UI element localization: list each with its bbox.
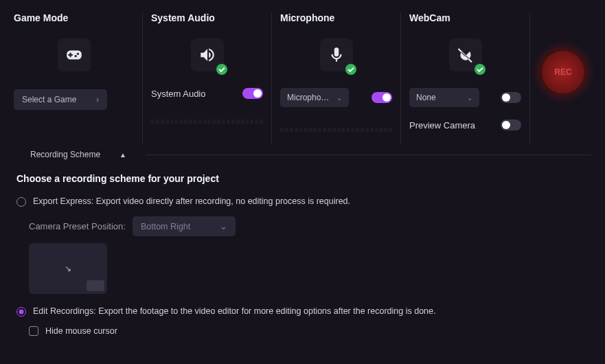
preview-camera-label: Preview Camera — [409, 120, 475, 130]
camera-preset-row: Camera Preset Position: Bottom Right ⌄ — [29, 216, 589, 236]
camera-preset-label: Camera Preset Position: — [29, 221, 126, 231]
webcam-panel: WebCam None ⌄ Preview Camera — [401, 12, 530, 144]
export-express-label: Export Express: Export video directly af… — [33, 196, 350, 206]
system-audio-title: System Audio — [151, 12, 215, 23]
microphone-toggle[interactable] — [372, 92, 392, 103]
export-express-option[interactable]: Export Express: Export video directly af… — [16, 196, 589, 207]
edit-recordings-label: Edit Recordings: Export the footage to t… — [33, 306, 435, 316]
divider — [146, 155, 591, 155]
chevron-down-icon: ⌄ — [336, 94, 342, 102]
camera-preset-preview: ↘ — [29, 243, 107, 294]
camera-preset-dropdown[interactable]: Bottom Right ⌄ — [133, 216, 236, 236]
speaker-icon — [191, 38, 224, 71]
gamepad-icon — [58, 38, 91, 71]
webcam-dropdown-value: None — [416, 93, 436, 102]
microphone-panel: Microphone Microphone A ⌄ — [272, 12, 401, 144]
system-audio-toggle[interactable] — [242, 88, 263, 99]
record-panel: REC — [530, 12, 596, 144]
select-game-label: Select a Game — [22, 95, 76, 104]
webcam-toggle[interactable] — [501, 92, 521, 103]
camera-preset-value: Bottom Right — [141, 222, 190, 231]
check-badge-icon — [216, 64, 227, 75]
record-button[interactable]: REC — [538, 47, 588, 97]
microphone-dropdown-value: Microphone A — [287, 93, 332, 102]
system-audio-volume-meter — [151, 120, 263, 124]
microphone-title: Microphone — [280, 12, 334, 23]
preview-camera-toggle[interactable] — [501, 120, 521, 130]
webcam-off-icon — [449, 38, 482, 71]
chevron-down-icon: ⌄ — [467, 94, 472, 102]
check-badge-icon — [345, 64, 356, 75]
hide-cursor-label: Hide mouse cursor — [45, 326, 117, 336]
camera-preset-thumbnail — [87, 280, 104, 291]
system-audio-panel: System Audio System Audio — [143, 12, 272, 144]
input-source-row: Game Mode Select a Game › System Audio S… — [0, 0, 605, 144]
arrow-br-icon: ↘ — [65, 264, 71, 273]
record-button-label: REC — [554, 67, 571, 77]
scheme-section-title: Choose a recording scheme for your proje… — [16, 173, 589, 184]
microphone-icon — [320, 38, 353, 71]
system-audio-toggle-label: System Audio — [151, 89, 206, 99]
chevron-down-icon: ⌄ — [220, 221, 227, 231]
recording-scheme-section: Choose a recording scheme for your proje… — [0, 165, 605, 344]
hide-cursor-row[interactable]: Hide mouse cursor — [29, 326, 589, 336]
check-badge-icon — [475, 64, 486, 75]
webcam-title: WebCam — [409, 12, 450, 23]
game-mode-title: Game Mode — [14, 12, 68, 23]
microphone-volume-meter — [280, 128, 392, 132]
export-express-radio[interactable] — [16, 197, 26, 207]
recording-scheme-label: Recording Scheme — [30, 150, 100, 159]
webcam-dropdown[interactable]: None ⌄ — [409, 88, 479, 107]
microphone-dropdown[interactable]: Microphone A ⌄ — [280, 88, 349, 107]
recording-scheme-header[interactable]: Recording Scheme ▲ — [0, 144, 605, 165]
edit-recordings-radio[interactable] — [16, 307, 26, 317]
caret-up-icon: ▲ — [119, 151, 126, 159]
chevron-right-icon: › — [96, 95, 99, 104]
edit-recordings-option[interactable]: Edit Recordings: Export the footage to t… — [16, 306, 589, 317]
game-mode-panel: Game Mode Select a Game › — [14, 12, 143, 144]
hide-cursor-checkbox[interactable] — [29, 326, 38, 336]
select-game-dropdown[interactable]: Select a Game › — [14, 89, 107, 110]
